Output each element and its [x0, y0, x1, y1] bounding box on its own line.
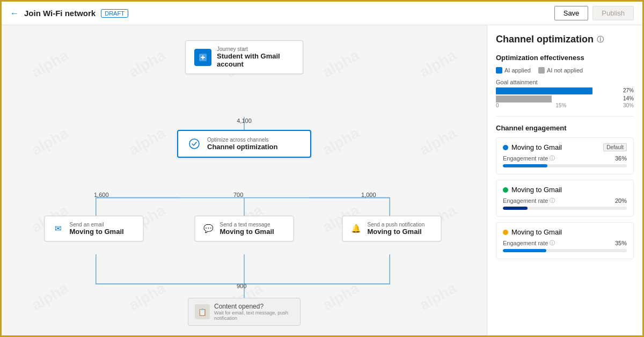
default-badge-0: Default — [603, 143, 627, 151]
channel-card-0-name: Moving to Gmail — [503, 143, 562, 151]
email-icon: ✉ — [52, 222, 65, 236]
channel-push-text: Send a push notification Moving to Gmail — [368, 222, 425, 236]
content-icon: 📋 — [195, 304, 210, 319]
engagement-pct-2: 35% — [615, 240, 627, 246]
channel-email-node[interactable]: ✉ Send an email Moving to Gmail — [45, 216, 144, 241]
channel-card-1-name: Moving to Gmail — [503, 186, 562, 194]
content-text: Content opened? Wait for email, text mes… — [214, 303, 294, 321]
branch-count-left: 1,600 — [94, 191, 109, 199]
channel-text-text: Send a text message Moving to Gmail — [220, 222, 274, 236]
section-effectiveness-title: Optimization effectiveness — [496, 54, 634, 62]
legend-ai-applied-color — [496, 67, 502, 74]
optimize-icon — [187, 136, 202, 151]
channel-card-1[interactable]: Moving to Gmail Engagement rate ⓘ 20% — [496, 180, 634, 217]
flow-count-1: 4,100 — [237, 116, 252, 124]
engagement-fill-1 — [503, 207, 528, 210]
back-button[interactable]: ← — [10, 9, 19, 18]
engagement-label-0: Engagement rate ⓘ 36% — [503, 155, 627, 162]
canvas: alphaalphaalphaalphaalpha alphaalphaalph… — [2, 25, 487, 335]
chart-goal-attainment: Goal attainment 27% 14% 0 15% 30% — [496, 79, 634, 108]
engagement-info-icon-2: ⓘ — [550, 239, 555, 247]
channel-dot-0 — [503, 145, 508, 150]
channel-card-0-header: Moving to Gmail Default — [503, 143, 627, 151]
panel-title: Channel optimization ⓘ — [496, 34, 634, 45]
header: ← Join Wi-Fi network DRAFT Save Publish — [2, 2, 642, 25]
channel-card-2-name: Moving to Gmail — [503, 228, 562, 236]
engagement-track-0 — [503, 164, 627, 167]
text-message-icon: 💬 — [202, 222, 216, 236]
legend-ai-applied: AI applied — [496, 67, 531, 74]
engagement-label-2: Engagement rate ⓘ 35% — [503, 239, 627, 247]
channel-dot-2 — [503, 230, 508, 235]
page-title: Join Wi-Fi network — [24, 9, 96, 18]
info-icon: ⓘ — [597, 35, 604, 45]
content-node[interactable]: 📋 Content opened? Wait for email, text m… — [188, 298, 301, 326]
engagement-track-1 — [503, 207, 627, 210]
channel-text-node[interactable]: 💬 Send a text message Moving to Gmail — [195, 216, 294, 241]
engagement-fill-2 — [503, 249, 546, 252]
branch-count-center: 700 — [233, 191, 243, 199]
journey-start-icon — [194, 49, 211, 66]
push-notification-icon: 🔔 — [349, 222, 363, 236]
engagement-pct-0: 36% — [615, 155, 627, 162]
header-left: ← Join Wi-Fi network DRAFT — [10, 9, 554, 18]
engagement-pct-1: 20% — [615, 197, 627, 204]
chart-legend: AI applied AI not applied — [496, 67, 634, 74]
header-actions: Save Publish — [554, 6, 634, 20]
optimize-text: Optimize across channels Channel optimiz… — [207, 137, 277, 151]
channel-card-2[interactable]: Moving to Gmail Engagement rate ⓘ 35% — [496, 222, 634, 259]
bottom-count: 900 — [237, 282, 246, 290]
branch-count-right: 1,000 — [361, 191, 376, 199]
engagement-info-icon-1: ⓘ — [550, 197, 555, 204]
section-divider — [496, 116, 634, 116]
right-panel: Channel optimization ⓘ Optimization effe… — [487, 25, 642, 335]
svg-point-5 — [189, 139, 199, 149]
draft-badge: DRAFT — [101, 9, 128, 18]
channel-card-2-header: Moving to Gmail — [503, 228, 627, 236]
engagement-label-1: Engagement rate ⓘ 20% — [503, 197, 627, 204]
engagement-track-2 — [503, 249, 627, 252]
section-engagement-title: Channel engagement — [496, 124, 634, 132]
optimize-node[interactable]: Optimize across channels Channel optimiz… — [177, 130, 311, 158]
legend-ai-not-applied-color — [538, 67, 545, 74]
channel-dot-1 — [503, 187, 508, 193]
publish-button[interactable]: Publish — [592, 6, 634, 20]
save-button[interactable]: Save — [554, 6, 589, 20]
engagement-fill-0 — [503, 164, 547, 167]
bar-ai-applied — [496, 87, 592, 94]
channel-email-text: Send an email Moving to Gmail — [70, 222, 124, 236]
back-arrow-icon: ← — [10, 9, 19, 18]
channel-push-node[interactable]: 🔔 Send a push notification Moving to Gma… — [342, 216, 442, 241]
channel-card-1-header: Moving to Gmail — [503, 186, 627, 194]
channel-card-0[interactable]: Moving to Gmail Default Engagement rate … — [496, 137, 634, 174]
bar-ai-not-applied — [496, 96, 552, 102]
main-area: alphaalphaalphaalphaalpha alphaalphaalph… — [2, 25, 642, 335]
legend-ai-not-applied: AI not applied — [538, 67, 583, 74]
chart-axis: 0 15% 30% — [496, 102, 634, 108]
engagement-info-icon-0: ⓘ — [550, 155, 555, 162]
journey-start-node[interactable]: Journey start Student with Gmail account — [185, 40, 303, 74]
journey-start-text: Journey start Student with Gmail account — [217, 46, 294, 68]
